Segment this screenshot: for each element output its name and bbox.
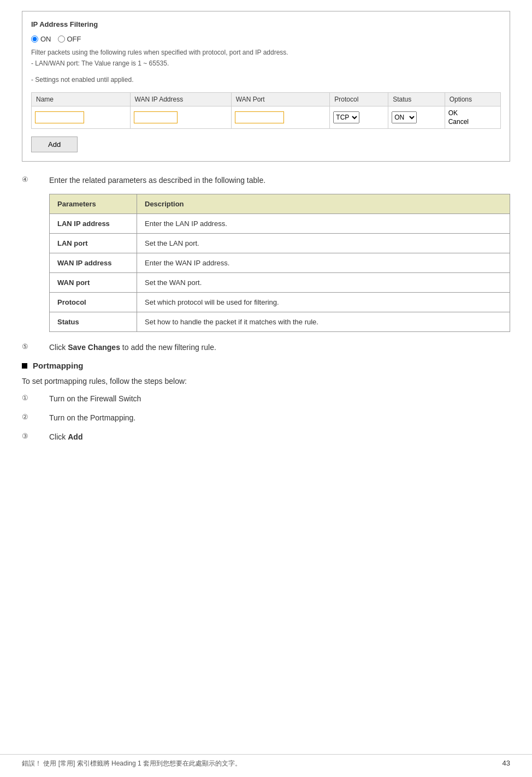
params-desc: Set the WAN port. [137,273,510,293]
port-step-3-text: Click Add [49,431,82,443]
radio-off[interactable] [58,35,65,43]
params-desc: Enter the LAN IP address. [137,214,510,234]
col-name: Name [32,93,131,106]
params-param: Status [50,312,137,332]
params-col1: Parameters [50,194,137,214]
portmapping-heading: Portmapping [22,361,510,370]
step4-text: Enter the related parameters as describe… [49,175,265,186]
ok-cancel-group: OK Cancel [448,109,497,126]
wan-port-cell [231,106,330,129]
port-step-2-text: Turn on the Portmapping. [49,412,135,424]
status-select[interactable]: ON OFF [392,111,417,123]
footer-text: 錯誤！ 使用 [常用] 索引標籤將 Heading 1 套用到您想要在此處顯示的… [22,759,241,768]
params-col2: Description [137,194,510,214]
step5-number: ⑤ [22,342,49,351]
wan-port-input[interactable] [235,111,284,123]
filter-note1: - LAN/WAN port: The Value range is 1 ~ 6… [31,60,501,67]
params-param: Protocol [50,293,137,312]
section-bullet-icon [22,363,27,369]
port-step-2: ②Turn on the Portmapping. [22,412,510,424]
port-steps-container: ①Turn on the Firewall Switch②Turn on the… [22,393,510,443]
step4-item: ④ Enter the related parameters as descri… [22,175,510,186]
params-row: WAN portSet the WAN port. [50,273,510,293]
params-table: Parameters Description LAN IP addressEnt… [49,194,510,332]
filter-table: Name WAN IP Address WAN Port Protocol St… [31,92,501,129]
filter-note2: - Settings not enabled until applied. [31,76,501,84]
filter-desc: Filter packets using the following rules… [31,49,501,56]
radio-on-label[interactable]: ON [31,35,51,43]
radio-on[interactable] [31,35,38,43]
ip-filter-box: IP Address Filtering ON OFF Filter packe… [22,11,510,162]
params-row: StatusSet how to handle the packet if it… [50,312,510,332]
add-button[interactable]: Add [31,137,78,152]
filter-radio-row: ON OFF [31,35,501,43]
port-step-3-number: ③ [22,432,49,440]
params-row: LAN IP addressEnter the LAN IP address. [50,214,510,234]
footer-page: 43 [503,759,510,768]
portmapping-desc: To set portmapping rules, follow the ste… [22,377,510,385]
wan-ip-input[interactable] [134,111,178,123]
params-row: ProtocolSet which protocol will be used … [50,293,510,312]
params-row: LAN portSet the LAN port. [50,234,510,253]
params-desc: Enter the WAN IP address. [137,253,510,273]
filter-table-row: TCP UDP ON OFF OK Cancel [32,106,501,129]
params-param: LAN port [50,234,137,253]
port-step-2-number: ② [22,413,49,421]
filter-box-title: IP Address Filtering [31,20,501,28]
params-param: WAN port [50,273,137,293]
col-status: Status [388,93,445,106]
protocol-cell: TCP UDP [330,106,388,129]
port-step-3-bold: Add [68,432,82,441]
wan-ip-cell [130,106,231,129]
portmapping-title: Portmapping [33,361,84,370]
params-desc: Set which protocol will be used for filt… [137,293,510,312]
ok-link[interactable]: OK [448,109,497,117]
step5-item: ⑤ Click Save Changes to add the new filt… [22,342,510,353]
step5-bold: Save Changes [68,343,120,352]
col-wan-ip: WAN IP Address [130,93,231,106]
port-step-3: ③Click Add [22,431,510,443]
params-desc: Set how to handle the packet if it match… [137,312,510,332]
step5-text: Click Save Changes to add the new filter… [49,342,216,353]
radio-off-label[interactable]: OFF [58,35,81,43]
params-desc: Set the LAN port. [137,234,510,253]
port-step-1: ①Turn on the Firewall Switch [22,393,510,405]
col-options: Options [445,93,500,106]
name-input[interactable] [35,111,84,123]
col-protocol: Protocol [330,93,388,106]
params-param: WAN IP address [50,253,137,273]
params-param: LAN IP address [50,214,137,234]
params-row: WAN IP addressEnter the WAN IP address. [50,253,510,273]
cancel-link[interactable]: Cancel [448,118,497,126]
status-cell: ON OFF [388,106,445,129]
name-cell [32,106,131,129]
page-footer: 錯誤！ 使用 [常用] 索引標籤將 Heading 1 套用到您想要在此處顯示的… [0,754,532,768]
col-wan-port: WAN Port [231,93,330,106]
port-step-1-number: ① [22,394,49,402]
options-cell: OK Cancel [445,106,500,129]
protocol-select[interactable]: TCP UDP [333,111,359,123]
port-step-1-text: Turn on the Firewall Switch [49,393,141,405]
step4-number: ④ [22,175,49,183]
